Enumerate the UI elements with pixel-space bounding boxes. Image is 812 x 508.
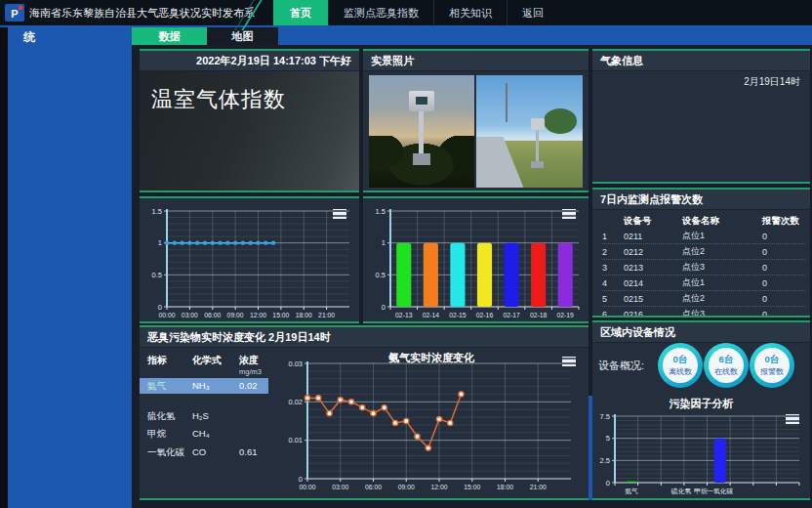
table-row[interactable]: 30213点位30 (602, 260, 806, 275)
table-cell: 0211 (624, 232, 682, 241)
table-cell (239, 427, 276, 441)
table-header: 化学式 (192, 354, 239, 367)
svg-text:09:00: 09:00 (227, 312, 244, 318)
table-cell: 点位2 (682, 292, 762, 305)
online-label: 在线数 (714, 366, 738, 377)
svg-text:00:00: 00:00 (158, 312, 175, 318)
table-cell: 0 (762, 263, 806, 273)
table-header: 浓度 (239, 354, 276, 367)
nav-item-back[interactable]: 返回 (507, 0, 558, 25)
svg-text:1.5: 1.5 (152, 207, 162, 216)
svg-text:03:00: 03:00 (332, 484, 348, 490)
table-row[interactable]: 20212点位20 (602, 244, 806, 260)
left-sidebar: 统 (8, 25, 132, 508)
panel-alarm-counts: 7日内监测点报警次数 设备号 设备名称 报警次数 10211点位1020212点… (592, 188, 810, 318)
svg-text:02-19: 02-19 (557, 312, 575, 318)
panel-title: 实景照片 (363, 51, 589, 71)
table-header: 设备号 (624, 215, 682, 228)
device-base (413, 153, 430, 165)
svg-text:03:00: 03:00 (182, 312, 198, 318)
site-photo-field (476, 75, 583, 188)
svg-text:15:00: 15:00 (272, 312, 289, 318)
app-title: 海南省乐东黎族自治县大气恶臭状况实时发布系 (29, 0, 255, 25)
odor-row[interactable]: 硫化氢H₂S (140, 409, 274, 423)
nav-item-odor-index[interactable]: 监测点恶臭指数 (328, 0, 433, 25)
svg-text:06:00: 06:00 (204, 312, 221, 318)
daily-bar-chart: 00.511.502-1302-1402-1502-1602-1702-1802… (365, 201, 587, 322)
alarm-label: 报警数 (760, 366, 784, 377)
svg-text:1: 1 (382, 238, 386, 247)
table-cell: 2 (602, 247, 624, 257)
table-cell: H₂S (192, 409, 239, 423)
svg-text:12:00: 12:00 (250, 312, 266, 318)
odor-row[interactable]: 一氧化碳CO0.61 (140, 445, 274, 459)
table-cell: 0212 (624, 247, 682, 257)
device-body: 设备概况: 0台 离线数 6台 在线数 0台 报警数 污染因子分析 (592, 343, 810, 497)
weather-time: 2月19日14时 (592, 71, 810, 89)
tab-data[interactable]: 数据 (132, 27, 207, 45)
chart-menu-icon[interactable] (783, 411, 802, 427)
stat-offline: 0台 离线数 (658, 343, 703, 388)
table-cell (239, 409, 276, 423)
svg-text:1.5: 1.5 (376, 207, 386, 216)
table-cell: 点位1 (682, 230, 762, 242)
panel-title: 区域内设备情况 (592, 322, 810, 343)
svg-text:7.5: 7.5 (600, 412, 610, 421)
odor-table-rows: 氨气NH₃0.02硫化氢H₂S甲烷CH₄一氧化碳CO0.61 (140, 378, 274, 459)
table-cell: 0 (762, 278, 806, 288)
svg-text:0: 0 (382, 303, 386, 312)
device-base (531, 161, 544, 168)
table-row[interactable]: 50215点位20 (602, 291, 806, 307)
table-row[interactable]: 40214点位10 (602, 275, 806, 291)
nav-item-home[interactable]: 首页 (273, 0, 328, 25)
offline-label: 离线数 (669, 366, 692, 377)
panel-title: 7日内监测点报警次数 (592, 190, 810, 210)
nav-item-knowledge[interactable]: 相关知识 (433, 0, 507, 25)
photo-tree (544, 108, 577, 134)
svg-text:0.02: 0.02 (288, 398, 303, 406)
chart-title: 污染因子分析 (592, 397, 810, 411)
online-count: 6台 (719, 354, 734, 366)
svg-text:21:00: 21:00 (318, 312, 335, 318)
svg-text:0: 0 (158, 303, 162, 312)
greeting-body: 温室气体指数 (140, 71, 359, 191)
topbar: P 海南省乐东黎族自治县大气恶臭状况实时发布系 首页 监测点恶臭指数 相关知识 … (0, 0, 812, 25)
table-row[interactable]: 10211点位10 (602, 229, 806, 244)
panel-site-photos: 实景照片 (363, 49, 589, 192)
odor-table: 指标 化学式 浓度 mg/m3 氨气NH₃0.02硫化氢H₂S甲烷CH₄一氧化碳… (140, 348, 274, 499)
svg-text:18:00: 18:00 (296, 312, 312, 318)
table-cell: 硫化氢 (147, 409, 192, 423)
logo-letter: P (11, 8, 18, 20)
chart-menu-icon[interactable] (330, 206, 349, 222)
panel-daily-bars: 00.511.502-1302-1402-1502-1602-1702-1802… (363, 196, 589, 323)
table-cell: 0.02 (239, 378, 276, 394)
table-cell: 5 (602, 294, 624, 304)
unit-row: mg/m3 (140, 367, 274, 376)
table-header: 设备名称 (682, 215, 762, 228)
svg-text:1: 1 (158, 238, 162, 247)
table-cell: 氨气 (147, 378, 192, 394)
svg-text:0: 0 (299, 475, 303, 484)
table-cell: 点位3 (682, 308, 762, 318)
table-header: 指标 (147, 354, 192, 367)
site-photo-sunset (369, 75, 474, 188)
pollution-factor-chart: 02.557.5氨气硫化氢甲烷一氧化碳 (595, 411, 805, 495)
panel-device-status: 区域内设备情况 设备概况: 0台 离线数 6台 在线数 0台 报警数 (592, 320, 810, 500)
chart-menu-icon[interactable] (559, 206, 579, 222)
stat-online: 6台 在线数 (704, 343, 749, 388)
svg-text:硫化氢: 硫化氢 (670, 487, 692, 495)
main-nav: 首页 监测点恶臭指数 相关知识 返回 (273, 0, 558, 25)
title-wrap-char: 统 (23, 29, 35, 46)
svg-text:02-17: 02-17 (503, 312, 520, 318)
panel-title: 恶臭污染物实时浓度变化 2月19日14时 (140, 327, 589, 348)
odor-row[interactable]: 氨气NH₃0.02 (140, 378, 268, 394)
table-cell: 0214 (624, 278, 682, 288)
odor-row[interactable]: 甲烷CH₄ (140, 427, 274, 441)
svg-text:09:00: 09:00 (398, 484, 415, 490)
table-cell: 0 (762, 232, 806, 241)
chart-menu-icon[interactable] (559, 354, 579, 369)
table-cell: 0 (762, 294, 806, 304)
svg-text:0.03: 0.03 (288, 360, 303, 368)
table-header: 报警次数 (762, 215, 806, 228)
table-row[interactable]: 60216点位30 (602, 307, 806, 318)
